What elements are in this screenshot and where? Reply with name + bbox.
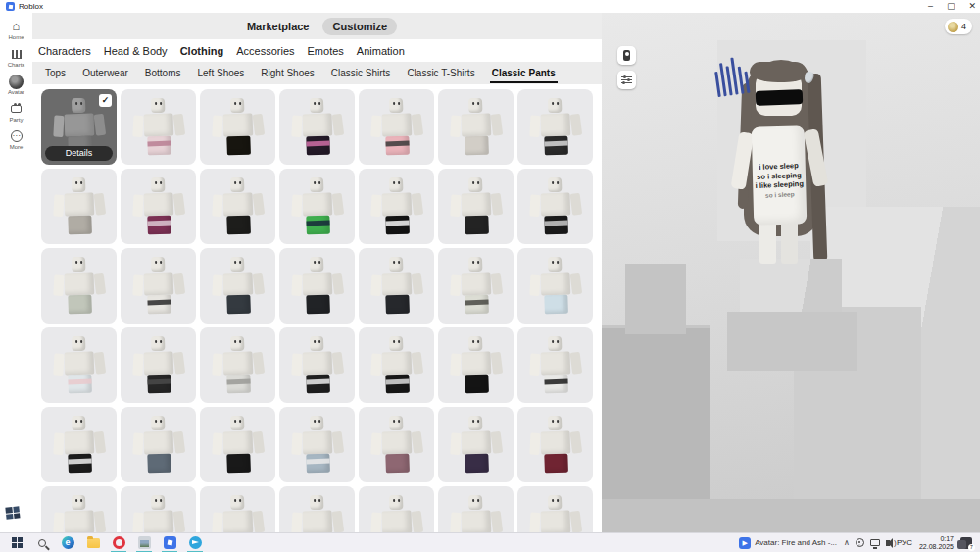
volume-icon[interactable] xyxy=(886,540,890,546)
taskbar-telegram-button[interactable] xyxy=(182,533,208,552)
pants-item-33[interactable] xyxy=(359,407,434,482)
details-button[interactable]: Details xyxy=(45,146,113,161)
pants-item-6[interactable] xyxy=(438,89,514,165)
pants-item-34[interactable] xyxy=(438,407,514,482)
top-tab-bar: Marketplace Customize xyxy=(32,13,602,39)
robux-count: 4 xyxy=(961,22,966,31)
subtab-classic-pants[interactable]: Classic Pants xyxy=(492,62,556,84)
sidebar-item-party[interactable]: Party xyxy=(0,102,32,123)
language-indicator[interactable]: РУС xyxy=(897,538,912,547)
pants-item-14[interactable] xyxy=(517,169,593,244)
outfit-preview-button[interactable] xyxy=(617,46,636,65)
roblox-app-icon xyxy=(6,2,15,11)
pants-item-8[interactable] xyxy=(41,169,117,244)
sidebar-item-home[interactable]: ⌂Home xyxy=(0,20,32,40)
taskbar-start-button[interactable] xyxy=(4,533,29,552)
robux-balance[interactable]: 4 xyxy=(945,19,972,34)
pants-item-40[interactable] xyxy=(359,486,434,532)
subtab-tops[interactable]: Tops xyxy=(45,62,66,84)
pants-item-2[interactable] xyxy=(121,89,196,165)
sidebar-item-avatar[interactable]: Avatar xyxy=(0,75,32,95)
pants-item-24[interactable] xyxy=(200,327,275,403)
pants-item-10[interactable] xyxy=(200,169,275,244)
pants-item-5[interactable] xyxy=(359,89,434,165)
taskbar-roblox-button[interactable] xyxy=(157,533,182,552)
preview-settings-button[interactable] xyxy=(617,71,636,89)
tab-customize[interactable]: Customize xyxy=(322,18,397,35)
pants-item-29[interactable] xyxy=(41,407,117,482)
person-icon[interactable] xyxy=(856,538,864,547)
network-icon[interactable] xyxy=(870,539,880,546)
pants-item-12[interactable] xyxy=(359,169,434,244)
taskbar-opera-button[interactable] xyxy=(106,533,131,552)
sidebar-item-label: Home xyxy=(0,34,32,40)
pants-thumbnail xyxy=(210,415,265,477)
chevron-up-icon[interactable]: ∧ xyxy=(844,539,850,547)
category-tab-emotes[interactable]: Emotes xyxy=(308,45,344,57)
pants-item-7[interactable] xyxy=(517,89,593,165)
pants-item-17[interactable] xyxy=(200,248,275,324)
pants-item-15[interactable] xyxy=(41,248,117,324)
subtab-bottoms[interactable]: Bottoms xyxy=(145,62,181,84)
pants-item-3[interactable] xyxy=(200,89,275,165)
maximize-button[interactable]: ▢ xyxy=(947,0,956,13)
avatar-bangs xyxy=(750,62,808,82)
pants-item-20[interactable] xyxy=(438,248,514,324)
subtab-left-shoes[interactable]: Left Shoes xyxy=(198,62,245,84)
roblox-icon xyxy=(164,536,176,549)
pants-item-1[interactable]: ✓Details xyxy=(41,89,117,165)
taskbar-clock[interactable]: 0:17 22.08.2025 xyxy=(919,535,954,551)
taskbar-edge-button[interactable]: e xyxy=(55,533,80,552)
pants-item-23[interactable] xyxy=(121,327,196,403)
tab-marketplace[interactable]: Marketplace xyxy=(237,18,319,35)
pants-item-18[interactable] xyxy=(279,248,355,324)
minimize-button[interactable]: – xyxy=(928,0,933,13)
taskbar-search-button[interactable] xyxy=(29,533,55,552)
subtab-classic-t-shirts[interactable]: Classic T-Shirts xyxy=(407,62,474,84)
selected-checkmark-icon[interactable]: ✓ xyxy=(99,94,112,107)
pants-item-41[interactable] xyxy=(438,486,514,532)
taskbar-photos-button[interactable] xyxy=(131,533,157,552)
pants-item-28[interactable] xyxy=(517,327,593,403)
pants-item-9[interactable] xyxy=(121,169,196,244)
pants-item-13[interactable] xyxy=(438,169,514,244)
category-tab-head-body[interactable]: Head & Body xyxy=(104,45,168,57)
pants-item-38[interactable] xyxy=(200,486,275,532)
scene-block xyxy=(625,264,686,334)
category-tab-characters[interactable]: Characters xyxy=(38,45,91,57)
pants-item-32[interactable] xyxy=(279,407,355,482)
pants-item-22[interactable] xyxy=(41,327,117,403)
pants-item-25[interactable] xyxy=(279,327,355,403)
pants-item-31[interactable] xyxy=(200,407,275,482)
category-tab-accessories[interactable]: Accessories xyxy=(236,45,294,57)
pants-item-36[interactable] xyxy=(41,486,117,532)
close-button[interactable]: ✕ xyxy=(968,0,976,13)
system-tray: ∧ xyxy=(844,538,890,547)
subtab-classic-shirts[interactable]: Classic Shirts xyxy=(331,62,391,84)
pants-item-37[interactable] xyxy=(121,486,196,532)
pants-item-26[interactable] xyxy=(359,327,434,403)
charts-icon xyxy=(12,50,22,59)
pants-item-19[interactable] xyxy=(359,248,434,324)
pants-item-42[interactable] xyxy=(517,486,593,532)
notification-center-button[interactable]: 7 xyxy=(960,537,972,549)
pants-item-16[interactable] xyxy=(121,248,196,324)
pants-item-30[interactable] xyxy=(121,407,196,482)
subtab-right-shoes[interactable]: Right Shoes xyxy=(261,62,314,84)
avatar-photo xyxy=(9,75,24,89)
pants-item-21[interactable] xyxy=(517,248,593,324)
sidebar-item-charts[interactable]: Charts xyxy=(0,47,32,68)
media-overlay[interactable]: ▶ Avatar: Fire and Ash -... xyxy=(739,537,837,549)
category-tab-animation[interactable]: Animation xyxy=(357,45,405,57)
taskbar-explorer-button[interactable] xyxy=(80,533,106,552)
pants-item-27[interactable] xyxy=(438,327,514,403)
subtab-outerwear[interactable]: Outerwear xyxy=(82,62,128,84)
pants-item-39[interactable] xyxy=(279,486,355,532)
category-tab-clothing[interactable]: Clothing xyxy=(180,45,224,57)
pants-item-4[interactable] xyxy=(279,89,355,165)
taskbar-right: ▶ Avatar: Fire and Ash -... ∧ РУС 0:17 2… xyxy=(739,535,976,551)
pants-thumbnail xyxy=(130,494,185,532)
pants-item-11[interactable] xyxy=(279,169,355,244)
sidebar-item-more[interactable]: ⋯More xyxy=(0,129,32,150)
pants-item-35[interactable] xyxy=(517,407,593,482)
